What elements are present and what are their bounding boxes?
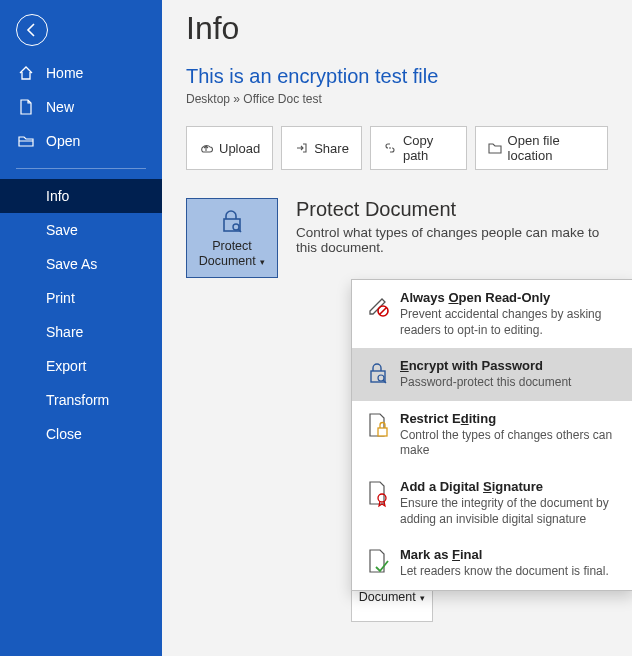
document-title: This is an encryption test file <box>186 65 608 88</box>
nav-label: Share <box>46 324 83 340</box>
nav-new[interactable]: New <box>0 90 162 124</box>
protect-heading: Protect Document <box>296 198 606 221</box>
back-button[interactable] <box>16 14 48 46</box>
nav-info[interactable]: Info <box>0 179 162 213</box>
menu-restrict-editing[interactable]: Restrict Editing Control the types of ch… <box>352 401 632 469</box>
protect-dropdown: Always Open Read-Only Prevent accidental… <box>351 279 632 591</box>
chevron-down-icon: ▾ <box>258 257 266 267</box>
protect-label-2: Document <box>199 254 256 268</box>
nav-label: Open <box>46 133 80 149</box>
menu-title: Restrict Editing <box>400 411 619 426</box>
manage-label-2: Document <box>359 590 416 604</box>
nav-save-as[interactable]: Save As <box>0 247 162 281</box>
protect-document-button[interactable]: Protect Document ▾ <box>186 198 278 278</box>
menu-encrypt-password[interactable]: Encrypt with Password Password-protect t… <box>352 348 632 401</box>
button-label: Copy path <box>403 133 454 163</box>
pencil-no-icon <box>366 290 390 320</box>
menu-title: Encrypt with Password <box>400 358 571 373</box>
lock-search-icon <box>366 358 390 388</box>
nav-close[interactable]: Close <box>0 417 162 451</box>
link-icon <box>383 141 397 155</box>
button-label: Open file location <box>508 133 595 163</box>
menu-desc: Let readers know the document is final. <box>400 564 609 580</box>
menu-desc: Control the types of changes others can … <box>400 428 619 459</box>
new-doc-icon <box>18 99 34 115</box>
menu-desc: Password-protect this document <box>400 375 571 391</box>
protect-label-1: Protect <box>212 239 252 253</box>
nav-export[interactable]: Export <box>0 349 162 383</box>
nav-label: Home <box>46 65 83 81</box>
home-icon <box>18 65 34 81</box>
nav-label: Print <box>46 290 75 306</box>
nav-print[interactable]: Print <box>0 281 162 315</box>
share-icon <box>294 141 308 155</box>
copy-path-button[interactable]: Copy path <box>370 126 467 170</box>
nav-share[interactable]: Share <box>0 315 162 349</box>
nav-save[interactable]: Save <box>0 213 162 247</box>
svg-point-9 <box>378 494 386 502</box>
menu-digital-signature[interactable]: Add a Digital Signature Ensure the integ… <box>352 469 632 537</box>
upload-button[interactable]: Upload <box>186 126 273 170</box>
doc-check-icon <box>366 547 390 577</box>
nav-home[interactable]: Home <box>0 56 162 90</box>
page-title: Info <box>186 10 608 47</box>
open-location-button[interactable]: Open file location <box>475 126 608 170</box>
upload-icon <box>199 141 213 155</box>
breadcrumb: Desktop » Office Doc test <box>186 92 608 106</box>
nav-label: Save <box>46 222 78 238</box>
nav-label: New <box>46 99 74 115</box>
menu-mark-final[interactable]: Mark as Final Let readers know the docum… <box>352 537 632 590</box>
menu-desc: Prevent accidental changes by asking rea… <box>400 307 619 338</box>
main-panel: Info This is an encryption test file Des… <box>162 0 632 656</box>
nav-label: Export <box>46 358 86 374</box>
folder-open-icon <box>18 133 34 149</box>
nav-label: Close <box>46 426 82 442</box>
menu-title: Mark as Final <box>400 547 609 562</box>
sidebar-divider <box>16 168 146 169</box>
action-row: Upload Share Copy path Open file locatio… <box>186 126 608 170</box>
nav-open[interactable]: Open <box>0 124 162 158</box>
nav-label: Transform <box>46 392 109 408</box>
doc-ribbon-icon <box>366 479 390 509</box>
share-button[interactable]: Share <box>281 126 362 170</box>
menu-desc: Ensure the integrity of the document by … <box>400 496 619 527</box>
button-label: Share <box>314 141 349 156</box>
backstage-sidebar: Home New Open Info Save Save As <box>0 0 162 656</box>
svg-line-4 <box>380 308 387 315</box>
menu-title: Always Open Read-Only <box>400 290 619 305</box>
chevron-down-icon: ▾ <box>418 593 426 603</box>
folder-icon <box>488 142 502 154</box>
protect-section: Protect Document ▾ Protect Document Cont… <box>186 198 608 278</box>
menu-title: Add a Digital Signature <box>400 479 619 494</box>
doc-lock-icon <box>366 411 390 441</box>
nav-label: Info <box>46 188 69 204</box>
protect-desc: Control what types of changes people can… <box>296 225 606 255</box>
nav-transform[interactable]: Transform <box>0 383 162 417</box>
nav-label: Save As <box>46 256 97 272</box>
svg-rect-8 <box>378 428 387 436</box>
button-label: Upload <box>219 141 260 156</box>
menu-read-only[interactable]: Always Open Read-Only Prevent accidental… <box>352 280 632 348</box>
lock-search-icon <box>218 207 246 235</box>
